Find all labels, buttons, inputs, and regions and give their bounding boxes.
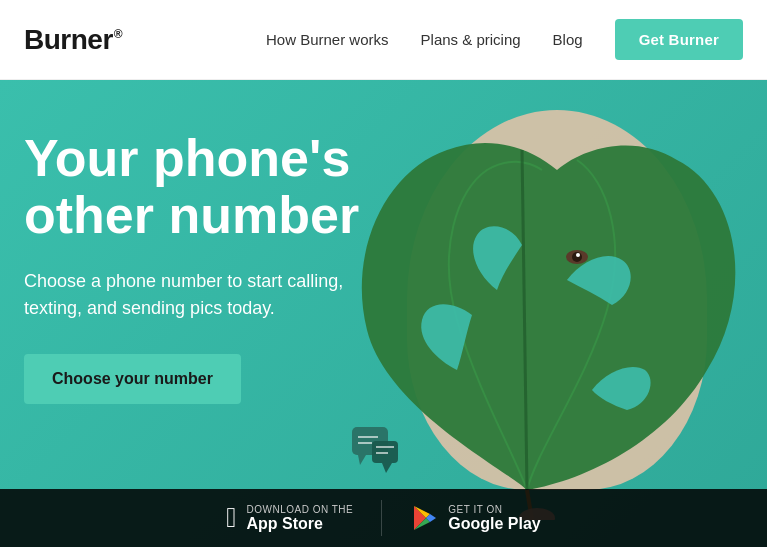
google-play-text: GET IT ON Google Play xyxy=(448,504,540,533)
app-bar-divider xyxy=(381,500,382,536)
google-play-large-text: Google Play xyxy=(448,515,540,533)
nav-how-burner-works[interactable]: How Burner works xyxy=(266,31,389,48)
apple-store-text: Download on the App Store xyxy=(246,504,353,533)
app-store-bar:  Download on the App Store GET IT ON Go… xyxy=(0,489,767,547)
apple-app-store-button[interactable]:  Download on the App Store xyxy=(218,498,361,538)
svg-marker-6 xyxy=(382,463,392,473)
google-play-button[interactable]: GET IT ON Google Play xyxy=(402,500,548,537)
chat-bubble-icon xyxy=(350,425,400,479)
hero-content: Your phone's other number Choose a phone… xyxy=(24,130,359,404)
person-eye xyxy=(562,250,592,265)
header: Burner® How Burner works Plans & pricing… xyxy=(0,0,767,80)
choose-number-button[interactable]: Choose your number xyxy=(24,354,241,404)
google-play-small-text: GET IT ON xyxy=(448,504,502,515)
get-burner-button[interactable]: Get Burner xyxy=(615,19,743,60)
nav-plans-pricing[interactable]: Plans & pricing xyxy=(421,31,521,48)
hero-section: Your phone's other number Choose a phone… xyxy=(0,80,767,547)
hero-title-line1: Your phone's xyxy=(24,129,350,187)
apple-store-large-text: App Store xyxy=(246,515,322,533)
nav-blog[interactable]: Blog xyxy=(553,31,583,48)
hero-title-line2: other number xyxy=(24,186,359,244)
logo-dot: ® xyxy=(114,27,122,41)
hero-title: Your phone's other number xyxy=(24,130,359,244)
svg-marker-4 xyxy=(358,455,366,465)
logo: Burner® xyxy=(24,24,122,56)
nav: How Burner works Plans & pricing Blog Ge… xyxy=(266,19,743,60)
google-play-icon xyxy=(410,504,438,532)
apple-icon:  xyxy=(226,502,236,534)
logo-text: Burner xyxy=(24,24,113,55)
apple-store-small-text: Download on the xyxy=(246,504,353,515)
hero-subtitle: Choose a phone number to start calling, … xyxy=(24,268,344,322)
